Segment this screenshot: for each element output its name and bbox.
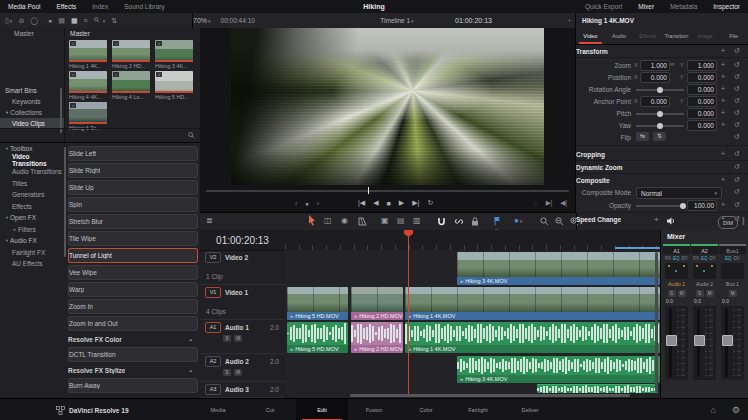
match-frame-icon[interactable]: ◌ (534, 200, 538, 207)
link-clips-icon[interactable] (454, 217, 464, 226)
fader-handle[interactable] (694, 335, 705, 346)
effects-category[interactable]: ▸ Filters (0, 224, 64, 236)
mute-button[interactable]: M (234, 335, 242, 342)
transition-item[interactable]: Slide Up (68, 180, 198, 195)
track-header[interactable]: V1 Video 1 4 Clips (200, 285, 285, 320)
goto-in-icon[interactable]: ◀| (560, 199, 567, 207)
goto-out-icon[interactable]: ▶| (546, 199, 553, 207)
pan-control[interactable] (721, 263, 744, 279)
media-pool-scrollbar[interactable] (60, 88, 62, 133)
anchor-x-field[interactable]: 0.000 (640, 96, 670, 107)
flip-vertical-button[interactable]: ⇅ (653, 132, 666, 141)
color-viewer-icon[interactable]: ◔ (567, 17, 571, 24)
track-id-badge[interactable]: V1 (205, 287, 221, 298)
topbar-button[interactable]: Inspector (705, 0, 748, 13)
pan-control[interactable] (693, 263, 716, 279)
list-view-icon[interactable]: ≡ (84, 17, 88, 24)
inspector-tab[interactable]: Audio (605, 28, 634, 44)
zoom-full-icon[interactable] (540, 217, 549, 226)
grid-view-icon[interactable]: ▦ (71, 17, 78, 25)
effects-category[interactable]: Audio Transitions (0, 166, 64, 178)
timeline-vertical-scrollbar[interactable] (655, 252, 658, 392)
track-id-badge[interactable]: V2 (205, 252, 221, 263)
transition-item[interactable]: Burn Away (68, 378, 198, 393)
topbar-button[interactable]: Media Pool (0, 0, 49, 13)
timeline-options-icon[interactable]: ≣ (206, 216, 213, 225)
media-clip[interactable]: ♪ Hiking 3 4K... (155, 40, 198, 69)
viewer-zoom-select[interactable]: 70% (193, 17, 211, 24)
timeline-clip[interactable]: ∞ Hiking 2 HD.MOV (351, 287, 403, 320)
composite-mode-select[interactable]: Normal▾ (636, 187, 722, 199)
overwrite-clip-icon[interactable]: ▤ (397, 216, 405, 225)
track-id-badge[interactable]: A2 (205, 356, 221, 367)
inspector-tab[interactable]: File (719, 28, 748, 44)
track-id-badge[interactable]: A3 (205, 384, 221, 395)
inspector-tab[interactable]: Effects (633, 28, 662, 44)
volume-fader[interactable] (665, 306, 688, 380)
solo-button[interactable]: S (223, 369, 231, 376)
settings-gear-icon[interactable]: ⚙ (732, 405, 740, 415)
effects-category[interactable]: ▾ Audio FX (0, 235, 64, 247)
position-x-field[interactable]: 0.000 (640, 72, 670, 83)
transition-item[interactable]: Spin (68, 197, 198, 212)
transition-item[interactable]: Slide Right (68, 163, 198, 178)
page-tab[interactable]: Color (400, 399, 452, 420)
timeline-clip[interactable]: ∞ Hiking 1 4K.MOV (405, 287, 660, 320)
fader-handle[interactable] (722, 335, 733, 346)
inspector-tab[interactable]: Video (576, 28, 605, 44)
pitch-slider[interactable] (636, 113, 684, 115)
topbar-button[interactable]: Effects (49, 0, 85, 13)
timeline-horizontal-scrollbar[interactable] (350, 394, 630, 397)
transition-item[interactable]: Vee Wipe (68, 265, 198, 280)
bin-keywords[interactable]: Keywords (0, 96, 64, 107)
timeline-tracks-area[interactable]: ∞ Hiking 3 4K.MOV ∞ Hiking 5 HD.MOV ∞ Hi… (285, 250, 660, 394)
transition-item[interactable]: Tile Wipe (68, 231, 198, 246)
effects-scrollbar[interactable] (64, 147, 66, 257)
step-back-icon[interactable]: ◀ (373, 199, 378, 207)
stop-icon[interactable]: ■ (387, 200, 391, 207)
topbar-button[interactable]: Metadata (662, 0, 705, 13)
reset-icon[interactable]: ↺ (734, 47, 740, 55)
sort-icon[interactable]: ⇅ (111, 17, 117, 25)
dynamic-trim-icon[interactable]: ◉ (341, 216, 348, 225)
topbar-button[interactable]: Sound Library (116, 0, 172, 13)
prev-clip-icon[interactable]: |◀ (358, 199, 365, 207)
selection-tool-icon[interactable] (308, 215, 316, 226)
zoom-y-field[interactable]: 1.000 (687, 60, 717, 71)
mute-button[interactable]: M (706, 290, 714, 297)
project-manager-icon[interactable]: ⌂ (710, 405, 715, 415)
loop-icon[interactable]: ↻ (427, 199, 433, 207)
media-clip[interactable]: ♪ Hiking 2 HD... (112, 40, 155, 69)
effects-category[interactable]: Titles (0, 178, 64, 190)
track-header[interactable]: A2 Audio 2 2.0 S M (200, 354, 285, 382)
volume-fader[interactable] (693, 306, 716, 380)
effects-category[interactable]: Fairlight FX (0, 247, 64, 259)
timeline-clip[interactable]: ∞ Hiking 2 HD.MOV (351, 322, 403, 353)
effects-category[interactable]: Video Transitions (0, 155, 64, 167)
timeline-clip[interactable]: ∞ Hiking 5 HD.MOV (287, 287, 348, 320)
bin-view-icon[interactable]: ▯ (5, 17, 12, 25)
effects-category[interactable]: Effects (0, 201, 64, 213)
mixer-channel-tab[interactable]: Bus1 (719, 244, 746, 254)
clone-tool-icon[interactable]: ◯ (30, 17, 38, 25)
opacity-slider[interactable] (636, 205, 684, 207)
media-clip[interactable]: ♪ Hiking 6 Dr... (69, 102, 112, 131)
transition-item[interactable]: Resolve FX Stylize (68, 364, 198, 376)
media-clip[interactable]: ♪ Hiking 5 HD... (155, 71, 198, 100)
yaw-slider[interactable] (636, 125, 684, 127)
playhead-line[interactable] (408, 230, 409, 394)
topbar-button[interactable]: Index (84, 0, 116, 13)
track-header[interactable]: A3 Audio 3 2.0 (200, 382, 285, 398)
position-lock-icon[interactable] (471, 217, 479, 226)
timeline-clip[interactable]: ∞ Hiking 5 HD.MOV (287, 322, 348, 353)
speed-change-section-header[interactable]: Speed Change +↺ (576, 213, 748, 225)
jog-control[interactable]: ‹●› (295, 200, 319, 207)
timeline-clip[interactable]: ∞ Hiking 3 4K.MOV (457, 252, 660, 285)
mute-button[interactable]: M (729, 290, 737, 297)
track-header[interactable]: A1 Audio 1 2.0 S M (200, 320, 285, 354)
dynamic-zoom-section-header[interactable]: Dynamic Zoom ↺ (576, 161, 748, 174)
inspector-tab[interactable]: Image (691, 28, 720, 44)
fader-handle[interactable] (666, 335, 677, 346)
bin-collections[interactable]: ▾Collections (0, 107, 64, 118)
timeline-clip[interactable] (537, 384, 658, 393)
